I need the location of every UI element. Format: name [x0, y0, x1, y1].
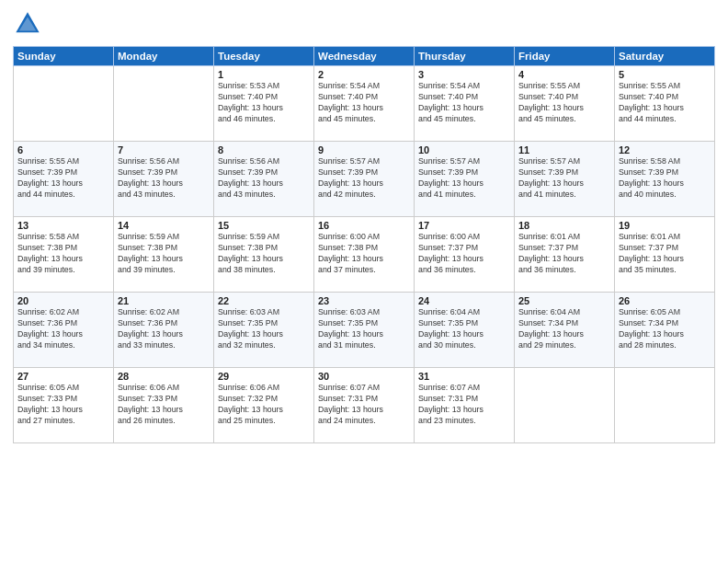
- day-number: 19: [619, 220, 711, 231]
- day-detail: Sunrise: 5:56 AMSunset: 7:39 PMDaylight:…: [118, 156, 210, 201]
- day-detail: Sunrise: 5:58 AMSunset: 7:38 PMDaylight:…: [17, 232, 109, 276]
- day-number: 28: [118, 371, 210, 382]
- day-detail: Sunrise: 5:59 AMSunset: 7:38 PMDaylight:…: [118, 232, 210, 276]
- day-number: 29: [218, 371, 310, 382]
- logo: [13, 9, 46, 39]
- day-cell: 13Sunrise: 5:58 AMSunset: 7:38 PMDayligh…: [14, 217, 114, 293]
- week-row-2: 13Sunrise: 5:58 AMSunset: 7:38 PMDayligh…: [14, 217, 715, 293]
- day-number: 21: [118, 295, 210, 306]
- day-cell: 29Sunrise: 6:06 AMSunset: 7:32 PMDayligh…: [214, 368, 314, 443]
- day-detail: Sunrise: 6:05 AMSunset: 7:33 PMDaylight:…: [17, 383, 109, 427]
- day-cell: 15Sunrise: 5:59 AMSunset: 7:38 PMDayligh…: [214, 217, 314, 293]
- day-cell: 28Sunrise: 6:06 AMSunset: 7:33 PMDayligh…: [114, 368, 214, 443]
- day-detail: Sunrise: 5:56 AMSunset: 7:39 PMDaylight:…: [218, 156, 310, 201]
- day-cell: 22Sunrise: 6:03 AMSunset: 7:35 PMDayligh…: [214, 293, 314, 368]
- day-number: 6: [17, 144, 109, 155]
- day-number: 26: [619, 295, 711, 306]
- week-row-1: 6Sunrise: 5:55 AMSunset: 7:39 PMDaylight…: [14, 142, 715, 217]
- page: SundayMondayTuesdayWednesdayThursdayFrid…: [0, 0, 728, 563]
- header: [13, 9, 715, 39]
- day-detail: Sunrise: 5:57 AMSunset: 7:39 PMDaylight:…: [318, 156, 410, 201]
- day-cell: 1Sunrise: 5:53 AMSunset: 7:40 PMDaylight…: [214, 66, 314, 142]
- day-number: 11: [518, 144, 610, 155]
- day-detail: Sunrise: 5:58 AMSunset: 7:39 PMDaylight:…: [619, 156, 711, 201]
- day-cell: 8Sunrise: 5:56 AMSunset: 7:39 PMDaylight…: [214, 142, 314, 217]
- day-detail: Sunrise: 6:07 AMSunset: 7:31 PMDaylight:…: [318, 383, 410, 427]
- day-cell: 27Sunrise: 6:05 AMSunset: 7:33 PMDayligh…: [14, 368, 114, 443]
- weekday-sunday: Sunday: [14, 47, 114, 66]
- day-detail: Sunrise: 5:55 AMSunset: 7:39 PMDaylight:…: [17, 156, 109, 201]
- day-number: 9: [318, 144, 410, 155]
- weekday-monday: Monday: [114, 47, 214, 66]
- day-cell: 9Sunrise: 5:57 AMSunset: 7:39 PMDaylight…: [314, 142, 415, 217]
- day-cell: [615, 368, 715, 443]
- weekday-thursday: Thursday: [415, 47, 515, 66]
- day-cell: [14, 66, 114, 142]
- day-number: 1: [218, 69, 310, 80]
- calendar-table: SundayMondayTuesdayWednesdayThursdayFrid…: [13, 46, 715, 443]
- day-detail: Sunrise: 6:03 AMSunset: 7:35 PMDaylight:…: [318, 307, 410, 351]
- day-cell: 2Sunrise: 5:54 AMSunset: 7:40 PMDaylight…: [314, 66, 415, 142]
- day-cell: 14Sunrise: 5:59 AMSunset: 7:38 PMDayligh…: [114, 217, 214, 293]
- day-cell: 16Sunrise: 6:00 AMSunset: 7:38 PMDayligh…: [314, 217, 415, 293]
- day-cell: 26Sunrise: 6:05 AMSunset: 7:34 PMDayligh…: [615, 293, 715, 368]
- day-detail: Sunrise: 6:01 AMSunset: 7:37 PMDaylight:…: [619, 232, 711, 276]
- day-number: 22: [218, 295, 310, 306]
- week-row-0: 1Sunrise: 5:53 AMSunset: 7:40 PMDaylight…: [14, 66, 715, 142]
- day-detail: Sunrise: 6:05 AMSunset: 7:34 PMDaylight:…: [619, 307, 711, 351]
- day-detail: Sunrise: 6:04 AMSunset: 7:34 PMDaylight:…: [518, 307, 610, 351]
- day-cell: 20Sunrise: 6:02 AMSunset: 7:36 PMDayligh…: [14, 293, 114, 368]
- day-number: 3: [418, 69, 510, 80]
- weekday-friday: Friday: [515, 47, 615, 66]
- day-number: 30: [318, 371, 410, 382]
- day-detail: Sunrise: 6:00 AMSunset: 7:38 PMDaylight:…: [318, 232, 410, 276]
- day-number: 2: [318, 69, 410, 80]
- day-detail: Sunrise: 6:00 AMSunset: 7:37 PMDaylight:…: [418, 232, 510, 276]
- day-cell: 5Sunrise: 5:55 AMSunset: 7:40 PMDaylight…: [615, 66, 715, 142]
- day-cell: 4Sunrise: 5:55 AMSunset: 7:40 PMDaylight…: [515, 66, 615, 142]
- day-cell: [515, 368, 615, 443]
- day-number: 5: [619, 69, 711, 80]
- day-detail: Sunrise: 6:02 AMSunset: 7:36 PMDaylight:…: [118, 307, 210, 351]
- day-number: 23: [318, 295, 410, 306]
- week-row-4: 27Sunrise: 6:05 AMSunset: 7:33 PMDayligh…: [14, 368, 715, 443]
- day-cell: 31Sunrise: 6:07 AMSunset: 7:31 PMDayligh…: [415, 368, 515, 443]
- weekday-header-row: SundayMondayTuesdayWednesdayThursdayFrid…: [14, 47, 715, 66]
- day-detail: Sunrise: 6:07 AMSunset: 7:31 PMDaylight:…: [418, 383, 510, 427]
- day-detail: Sunrise: 5:53 AMSunset: 7:40 PMDaylight:…: [218, 81, 310, 125]
- day-detail: Sunrise: 6:06 AMSunset: 7:33 PMDaylight:…: [118, 383, 210, 427]
- day-number: 20: [17, 295, 109, 306]
- day-cell: 24Sunrise: 6:04 AMSunset: 7:35 PMDayligh…: [415, 293, 515, 368]
- day-number: 31: [418, 371, 510, 382]
- day-detail: Sunrise: 5:55 AMSunset: 7:40 PMDaylight:…: [518, 81, 610, 125]
- day-cell: [114, 66, 214, 142]
- week-row-3: 20Sunrise: 6:02 AMSunset: 7:36 PMDayligh…: [14, 293, 715, 368]
- logo-icon: [13, 9, 42, 39]
- day-detail: Sunrise: 5:57 AMSunset: 7:39 PMDaylight:…: [518, 156, 610, 201]
- day-cell: 7Sunrise: 5:56 AMSunset: 7:39 PMDaylight…: [114, 142, 214, 217]
- day-cell: 17Sunrise: 6:00 AMSunset: 7:37 PMDayligh…: [415, 217, 515, 293]
- day-detail: Sunrise: 5:59 AMSunset: 7:38 PMDaylight:…: [218, 232, 310, 276]
- day-detail: Sunrise: 6:01 AMSunset: 7:37 PMDaylight:…: [518, 232, 610, 276]
- day-number: 18: [518, 220, 610, 231]
- day-detail: Sunrise: 5:54 AMSunset: 7:40 PMDaylight:…: [418, 81, 510, 125]
- day-detail: Sunrise: 6:06 AMSunset: 7:32 PMDaylight:…: [218, 383, 310, 427]
- day-detail: Sunrise: 6:04 AMSunset: 7:35 PMDaylight:…: [418, 307, 510, 351]
- day-cell: 19Sunrise: 6:01 AMSunset: 7:37 PMDayligh…: [615, 217, 715, 293]
- day-cell: 25Sunrise: 6:04 AMSunset: 7:34 PMDayligh…: [515, 293, 615, 368]
- day-cell: 18Sunrise: 6:01 AMSunset: 7:37 PMDayligh…: [515, 217, 615, 293]
- day-number: 12: [619, 144, 711, 155]
- day-detail: Sunrise: 6:03 AMSunset: 7:35 PMDaylight:…: [218, 307, 310, 351]
- day-detail: Sunrise: 5:55 AMSunset: 7:40 PMDaylight:…: [619, 81, 711, 125]
- day-detail: Sunrise: 6:02 AMSunset: 7:36 PMDaylight:…: [17, 307, 109, 351]
- day-number: 13: [17, 220, 109, 231]
- day-cell: 21Sunrise: 6:02 AMSunset: 7:36 PMDayligh…: [114, 293, 214, 368]
- day-number: 8: [218, 144, 310, 155]
- day-number: 15: [218, 220, 310, 231]
- day-detail: Sunrise: 5:57 AMSunset: 7:39 PMDaylight:…: [418, 156, 510, 201]
- weekday-wednesday: Wednesday: [314, 47, 415, 66]
- day-cell: 10Sunrise: 5:57 AMSunset: 7:39 PMDayligh…: [415, 142, 515, 217]
- day-cell: 23Sunrise: 6:03 AMSunset: 7:35 PMDayligh…: [314, 293, 415, 368]
- day-cell: 11Sunrise: 5:57 AMSunset: 7:39 PMDayligh…: [515, 142, 615, 217]
- day-cell: 30Sunrise: 6:07 AMSunset: 7:31 PMDayligh…: [314, 368, 415, 443]
